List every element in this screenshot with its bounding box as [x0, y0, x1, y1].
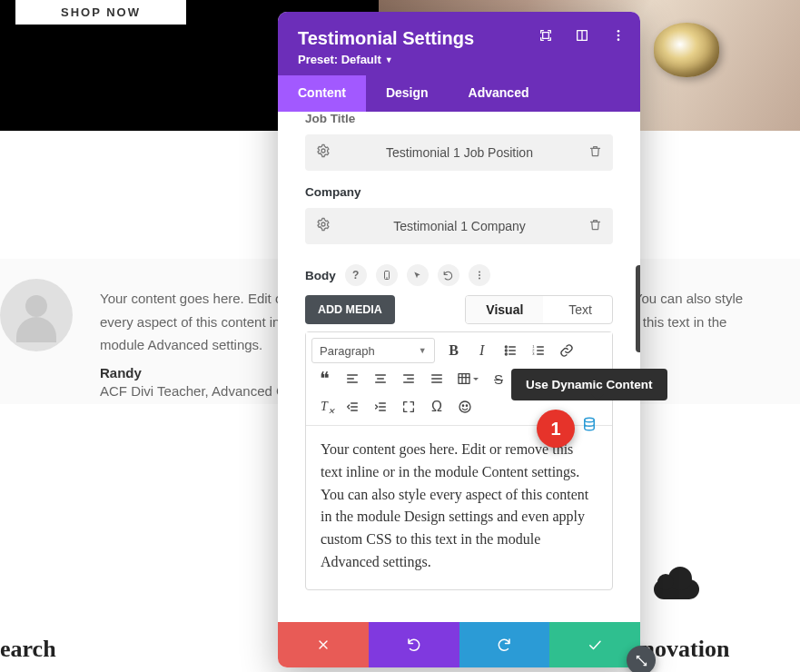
svg-point-6	[321, 149, 325, 153]
chevron-down-icon: ▼	[419, 346, 427, 355]
gear-icon[interactable]	[316, 143, 331, 162]
responsive-mobile-icon[interactable]	[376, 264, 398, 286]
align-center-icon[interactable]	[368, 366, 393, 391]
snap-columns-icon[interactable]	[575, 28, 589, 43]
svg-point-3	[617, 30, 620, 33]
ring-image	[654, 23, 719, 77]
link-icon[interactable]	[554, 338, 579, 363]
svg-point-11	[479, 274, 480, 276]
svg-point-54	[585, 418, 595, 422]
outdent-icon[interactable]	[340, 394, 365, 420]
preset-label: Preset: Default	[298, 53, 381, 66]
align-right-icon[interactable]	[396, 366, 421, 391]
svg-point-12	[479, 278, 480, 280]
editor-content-area[interactable]: Your content goes here. Edit or remove t…	[306, 426, 612, 589]
modal-header[interactable]: Testimonial Settings Preset: Default ▼	[278, 12, 640, 75]
scrollbar-thumb[interactable]	[636, 265, 640, 352]
emoji-icon[interactable]	[452, 394, 478, 420]
undo-icon[interactable]	[438, 264, 459, 286]
clear-formatting-icon[interactable]: T✕	[311, 394, 337, 420]
italic-icon[interactable]: I	[469, 338, 495, 363]
trash-icon[interactable]	[588, 218, 602, 235]
tab-content[interactable]: Content	[278, 75, 366, 112]
label-body: Body	[305, 269, 336, 282]
more-vert-icon[interactable]	[469, 264, 490, 286]
tab-design[interactable]: Design	[366, 75, 449, 112]
svg-point-49	[459, 401, 470, 412]
svg-point-14	[505, 350, 507, 351]
svg-rect-0	[543, 33, 549, 39]
svg-text:3: 3	[532, 351, 535, 356]
svg-point-13	[505, 346, 507, 348]
settings-modal: Testimonial Settings Preset: Default ▼ C…	[278, 12, 640, 667]
bullet-list-icon[interactable]	[498, 338, 523, 363]
caret-down-icon: ▼	[385, 55, 393, 64]
special-char-icon[interactable]: Ω	[424, 394, 449, 420]
svg-point-5	[617, 38, 620, 41]
align-justify-icon[interactable]	[424, 366, 449, 391]
discard-button[interactable]	[278, 622, 369, 667]
help-icon[interactable]: ?	[345, 264, 367, 286]
more-vert-icon[interactable]	[611, 28, 626, 43]
bold-icon[interactable]: B	[441, 338, 467, 363]
cloud-icon	[654, 579, 699, 599]
indent-icon[interactable]	[368, 394, 393, 420]
svg-line-55	[637, 656, 646, 665]
dynamic-content-icon[interactable]	[581, 416, 598, 432]
resize-handle[interactable]	[627, 646, 656, 672]
label-company: Company	[305, 185, 613, 199]
svg-point-10	[479, 272, 480, 273]
company-field[interactable]: Testimonial 1 Company	[305, 208, 613, 244]
svg-point-50	[462, 405, 463, 406]
svg-point-51	[466, 405, 467, 406]
fullscreen-icon[interactable]	[396, 394, 421, 420]
format-label: Paragraph	[320, 344, 375, 358]
avatar	[0, 279, 73, 351]
editor-mode-tabs: Visual Text	[465, 295, 613, 324]
hover-cursor-icon[interactable]	[407, 264, 429, 286]
preset-dropdown[interactable]: Preset: Default ▼	[298, 53, 620, 66]
feature-heading-search: earch	[0, 636, 56, 663]
tab-advanced[interactable]: Advanced	[449, 75, 549, 112]
redo-button[interactable]	[459, 622, 550, 667]
shop-now-button[interactable]: SHOP NOW	[15, 0, 186, 25]
label-job-title: Job Title	[305, 112, 613, 125]
tab-visual[interactable]: Visual	[466, 296, 543, 323]
svg-point-15	[505, 353, 507, 355]
paragraph-format-select[interactable]: Paragraph ▼	[311, 338, 435, 363]
job-title-value: Testimonial 1 Job Position	[338, 145, 581, 160]
strikethrough-icon[interactable]: S	[486, 366, 511, 391]
testimonial-author-name: Randy	[100, 365, 142, 380]
gear-icon[interactable]	[316, 217, 331, 235]
add-media-button[interactable]: ADD MEDIA	[305, 295, 395, 324]
blockquote-icon[interactable]: ❝	[311, 366, 337, 391]
expand-icon[interactable]	[538, 28, 553, 43]
align-left-icon[interactable]	[340, 366, 365, 391]
modal-footer	[278, 622, 640, 667]
body-label-row: Body ?	[305, 264, 613, 286]
table-icon[interactable]	[452, 366, 483, 391]
modal-body[interactable]: Job Title Testimonial 1 Job Position Com…	[278, 112, 640, 622]
numbered-list-icon[interactable]: 123	[526, 338, 551, 363]
svg-point-4	[617, 35, 620, 37]
job-title-field[interactable]: Testimonial 1 Job Position	[305, 134, 613, 171]
tab-text[interactable]: Text	[548, 296, 612, 323]
svg-point-7	[321, 222, 325, 226]
undo-button[interactable]	[369, 622, 459, 667]
trash-icon[interactable]	[588, 144, 602, 162]
dynamic-content-tooltip: Use Dynamic Content	[511, 369, 667, 400]
company-value: Testimonial 1 Company	[338, 219, 581, 233]
svg-rect-37	[459, 374, 469, 384]
modal-tabs: Content Design Advanced	[278, 75, 640, 112]
